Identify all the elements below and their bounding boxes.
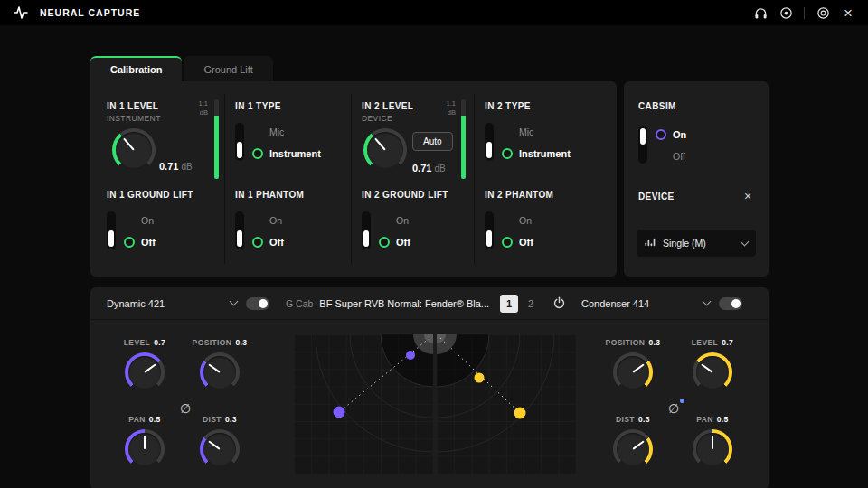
in1-level-knob[interactable] bbox=[112, 128, 156, 172]
in1-type-block: IN 1 TYPE Mic Instrument bbox=[235, 101, 321, 163]
in2-ground-lift-slider[interactable] bbox=[362, 211, 371, 249]
speaker-cab-icon[interactable] bbox=[778, 5, 793, 20]
right-pan-knob[interactable] bbox=[693, 429, 732, 469]
left-level-knob-group: LEVEL0.7 bbox=[108, 338, 181, 392]
mic-position-display-left[interactable] bbox=[294, 334, 433, 474]
tab-ground-lift[interactable]: Ground Lift bbox=[184, 56, 272, 81]
in1-level-meter bbox=[214, 99, 219, 179]
right-level-knob[interactable] bbox=[693, 352, 732, 392]
divider bbox=[351, 94, 352, 264]
left-position-knob[interactable] bbox=[200, 352, 240, 392]
right-mic-toggle[interactable] bbox=[719, 297, 742, 310]
cabsim-slider[interactable] bbox=[638, 126, 647, 164]
mixer-panel: Dynamic 421 G Cab BF Super RVB Normal: F… bbox=[90, 287, 769, 488]
in1-ground-lift-option-off[interactable]: Off bbox=[124, 233, 156, 251]
in2-level-unit: dB bbox=[434, 164, 445, 174]
radio-indicator bbox=[379, 237, 390, 248]
left-dist-knob[interactable] bbox=[200, 429, 240, 469]
right-dist-knob[interactable] bbox=[613, 429, 653, 469]
left-mic-far-dot[interactable] bbox=[334, 407, 345, 418]
left-pan-knob[interactable] bbox=[125, 429, 165, 469]
in2-level-meter bbox=[461, 99, 466, 179]
cabsim-block: CABSIM On Off bbox=[638, 101, 686, 165]
in2-ground-lift-option-on[interactable]: On bbox=[379, 211, 410, 230]
in2-phantom-option-off[interactable]: Off bbox=[502, 233, 533, 251]
device-select[interactable]: Single (M) bbox=[637, 230, 756, 257]
in1-phantom-block: IN 1 PHANTOM On Off bbox=[235, 190, 304, 251]
page-switcher: 1 2 bbox=[500, 295, 540, 313]
right-mic-far-dot[interactable] bbox=[514, 408, 526, 419]
in2-ground-lift-title: IN 2 GROUND LIFT bbox=[362, 190, 448, 200]
radio-indicator bbox=[124, 237, 135, 248]
left-position-knob-group: POSITION0.3 bbox=[184, 338, 256, 392]
left-level-knob[interactable] bbox=[125, 352, 165, 392]
right-position-knob[interactable] bbox=[613, 352, 653, 392]
calibration-panel: IN 1 LEVEL INSTRUMENT 0.71dB 1.1 dB IN 1… bbox=[90, 81, 617, 277]
chevron-down-icon bbox=[230, 297, 239, 306]
page-2-button[interactable]: 2 bbox=[522, 295, 540, 313]
device-select-value: Single (M) bbox=[663, 238, 706, 249]
cabsim-option-off[interactable]: Off bbox=[656, 147, 686, 165]
cabsim-title: CABSIM bbox=[638, 101, 686, 111]
auto-button[interactable]: Auto bbox=[412, 132, 453, 151]
left-mic-toggle[interactable] bbox=[246, 297, 269, 310]
in2-phantom-title: IN 2 PHANTOM bbox=[485, 190, 553, 200]
in1-level-unit: dB bbox=[181, 162, 192, 172]
in1-phantom-slider[interactable] bbox=[235, 211, 244, 249]
in2-phantom-slider[interactable] bbox=[485, 211, 494, 249]
in2-type-block: IN 2 TYPE Mic Instrument bbox=[485, 101, 571, 163]
power-icon[interactable] bbox=[551, 296, 567, 312]
left-mic-select[interactable]: Dynamic 421 bbox=[107, 298, 237, 309]
topbar-divider bbox=[804, 7, 805, 19]
mixer-header: Dynamic 421 G Cab BF Super RVB Normal: F… bbox=[90, 287, 769, 320]
in1-phantom-option-on[interactable]: On bbox=[252, 211, 284, 230]
radio-indicator bbox=[252, 237, 263, 248]
page-1-button[interactable]: 1 bbox=[500, 295, 518, 313]
in1-type-option-instrument[interactable]: Instrument bbox=[252, 145, 321, 163]
in2-level-value: 0.71 bbox=[412, 163, 431, 174]
in1-ground-lift-option-on[interactable]: On bbox=[124, 211, 156, 230]
right-dist-knob-group: DIST0.3 bbox=[597, 415, 669, 469]
chevron-down-icon bbox=[741, 237, 750, 246]
left-mic-near-dot[interactable] bbox=[406, 351, 415, 360]
in2-phantom-block: IN 2 PHANTOM On Off bbox=[485, 190, 553, 251]
app-logo-icon bbox=[13, 5, 29, 20]
close-icon[interactable]: × bbox=[841, 5, 855, 21]
cabsim-panel: CABSIM On Off DEVICE × bbox=[624, 81, 769, 277]
in2-ground-lift-option-off[interactable]: Off bbox=[379, 233, 410, 251]
in2-meter-label: 1.1 dB bbox=[429, 99, 456, 117]
cab-prefix-label: G Cab bbox=[286, 298, 313, 309]
in1-ground-lift-title: IN 1 GROUND LIFT bbox=[107, 190, 193, 200]
cab-name[interactable]: BF Super RVB Normal: Fender® Bla... bbox=[319, 298, 489, 309]
in1-ground-lift-slider[interactable] bbox=[107, 211, 116, 249]
cabsim-option-on[interactable]: On bbox=[656, 126, 686, 144]
in1-type-slider[interactable] bbox=[235, 123, 244, 161]
in1-phantom-option-off[interactable]: Off bbox=[252, 233, 284, 251]
device-clear-icon[interactable]: × bbox=[740, 188, 756, 204]
radio-indicator bbox=[502, 148, 513, 159]
right-mic-near-dot[interactable] bbox=[475, 373, 485, 383]
in2-type-option-instrument[interactable]: Instrument bbox=[502, 145, 571, 163]
right-mic-select[interactable]: Condenser 414 bbox=[581, 298, 710, 309]
monitor-icon[interactable] bbox=[816, 5, 830, 20]
in2-phantom-option-on[interactable]: On bbox=[502, 211, 533, 230]
in2-type-option-mic[interactable]: Mic bbox=[502, 123, 571, 141]
single-mic-icon bbox=[645, 235, 656, 251]
divider bbox=[474, 94, 475, 264]
in2-type-slider[interactable] bbox=[485, 123, 494, 161]
divider bbox=[224, 94, 225, 264]
radio-indicator bbox=[656, 129, 666, 140]
tab-calibration[interactable]: Calibration bbox=[90, 56, 182, 81]
left-pan-knob-group: PAN0.5 bbox=[108, 415, 181, 469]
in2-level-knob[interactable] bbox=[363, 128, 407, 172]
headphones-icon[interactable] bbox=[753, 5, 768, 20]
in1-level-value: 0.71 bbox=[159, 161, 178, 172]
tab-bar: Calibration Ground Lift bbox=[90, 56, 273, 81]
mic-position-display-right[interactable] bbox=[437, 334, 576, 474]
mic-position-stage bbox=[294, 334, 576, 474]
in1-phantom-title: IN 1 PHANTOM bbox=[235, 190, 304, 200]
in2-ground-lift-block: IN 2 GROUND LIFT On Off bbox=[362, 190, 448, 251]
phase-active-dot bbox=[680, 399, 684, 403]
topbar: NEURAL CAPTURE × bbox=[0, 0, 868, 25]
in1-type-option-mic[interactable]: Mic bbox=[252, 123, 321, 141]
